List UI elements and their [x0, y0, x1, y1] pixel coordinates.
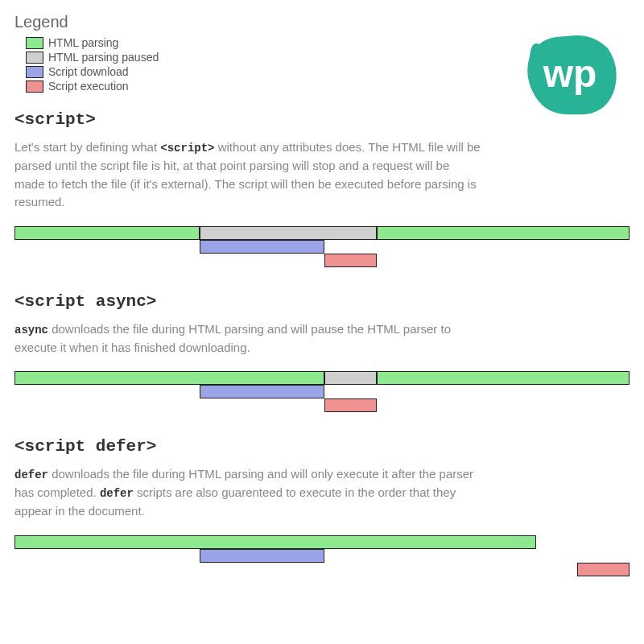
timeline-bar — [324, 398, 377, 412]
section-heading: <script defer> — [14, 437, 630, 456]
wp-logo: wp — [523, 32, 620, 121]
timeline — [14, 226, 630, 275]
timeline-bar — [200, 549, 324, 563]
svg-text:wp: wp — [543, 52, 597, 95]
timeline-bar — [14, 371, 324, 385]
inline-code: defer — [14, 469, 48, 481]
timeline-bar — [200, 385, 324, 398]
timeline — [14, 535, 630, 584]
section: <script defer>defer downloads the file d… — [14, 437, 630, 584]
timeline-bar — [324, 371, 377, 385]
legend-label: Script execution — [48, 80, 129, 93]
timeline-bar — [324, 254, 377, 267]
timeline-bar — [14, 226, 200, 240]
legend-swatch — [26, 37, 43, 49]
legend-swatch — [26, 52, 43, 64]
timeline-bar — [377, 226, 630, 240]
legend-swatch — [26, 66, 43, 78]
timeline-bar — [377, 371, 630, 385]
timeline-bar — [200, 226, 377, 240]
timeline-bar — [200, 240, 324, 254]
section-heading: <script async> — [14, 292, 630, 311]
section-body: async downloads the file during HTML par… — [14, 320, 481, 357]
inline-code: <script> — [160, 142, 214, 155]
timeline-bar — [14, 535, 536, 549]
legend-swatch — [26, 80, 43, 93]
section-body: defer downloads the file during HTML par… — [14, 465, 481, 521]
legend-title: Legend — [14, 13, 630, 31]
timeline — [14, 371, 630, 419]
inline-code: defer — [100, 487, 134, 500]
section: <script>Let's start by defining what <sc… — [14, 110, 630, 275]
section-body: Let's start by defining what <script> wi… — [14, 138, 481, 212]
legend-label: Script download — [48, 65, 129, 78]
section: <script async>async downloads the file d… — [14, 292, 630, 420]
legend-label: HTML parsing paused — [48, 51, 159, 64]
timeline-bar — [577, 563, 630, 576]
legend-label: HTML parsing — [48, 36, 118, 49]
inline-code: async — [14, 324, 48, 336]
